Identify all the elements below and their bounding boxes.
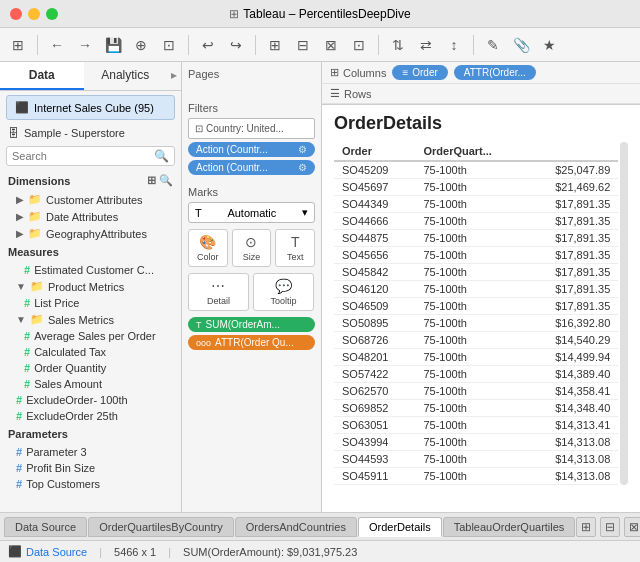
grid-icon[interactable]: ⊞ [147, 174, 156, 187]
item-label: Parameter 3 [26, 446, 87, 458]
color-button[interactable]: 🎨 Color [188, 229, 228, 267]
list-item[interactable]: # Order Quantity [0, 360, 181, 376]
list-item[interactable]: # ExcludeOrder- 100th [0, 392, 181, 408]
tab-data-source[interactable]: Data Source [4, 517, 87, 537]
window-controls[interactable] [10, 8, 58, 20]
table-row[interactable]: SO63051 75-100th $14,313.41 [334, 417, 618, 434]
tab-analytics[interactable]: Analytics [84, 62, 168, 90]
list-item[interactable]: # ExcludeOrder 25th [0, 408, 181, 424]
list-item[interactable]: ▶ 📁 Date Attributes [0, 208, 181, 225]
tab-tableau-order-quartiles[interactable]: TableauOrderQuartiles [443, 517, 576, 537]
toolbar-home[interactable]: ⊞ [6, 33, 30, 57]
size-button[interactable]: ⊙ Size [232, 229, 272, 267]
table-row[interactable]: SO45911 75-100th $14,313.08 [334, 468, 618, 485]
search-box[interactable]: 🔍 [6, 146, 175, 166]
marks-type-label: Automatic [227, 207, 276, 219]
tab-orders-and-countries[interactable]: OrdersAndCountries [235, 517, 357, 537]
toolbar-sort2[interactable]: ⇄ [414, 33, 438, 57]
toolbar-sort1[interactable]: ⇅ [386, 33, 410, 57]
list-item[interactable]: # Top Customers [0, 476, 181, 492]
toolbar-add[interactable]: ⊕ [129, 33, 153, 57]
tab-arrow[interactable]: ▸ [167, 62, 181, 90]
list-item[interactable]: # Profit Bin Size [0, 460, 181, 476]
table-row[interactable]: SO44349 75-100th $17,891.35 [334, 196, 618, 213]
toolbar-star[interactable]: ★ [537, 33, 561, 57]
table-row[interactable]: SO57422 75-100th $14,389.40 [334, 366, 618, 383]
list-item[interactable]: # Estimated Customer C... [0, 262, 181, 278]
list-item[interactable]: # Sales Amount [0, 376, 181, 392]
list-item[interactable]: ▼ 📁 Sales Metrics [0, 311, 181, 328]
table-row[interactable]: SO44666 75-100th $17,891.35 [334, 213, 618, 230]
caret-icon: ▶ [16, 228, 24, 239]
tab-options-button[interactable]: ⊟ [600, 517, 620, 537]
list-item[interactable]: # Average Sales per Order [0, 328, 181, 344]
toolbar-chart2[interactable]: ⊟ [291, 33, 315, 57]
attr-orderquartile-pill[interactable]: ooo ATTR(Order Qu... [188, 335, 315, 350]
add-tab-button[interactable]: ⊞ [576, 517, 596, 537]
toolbar-clip[interactable]: 📎 [509, 33, 533, 57]
toolbar-back[interactable]: ← [45, 33, 69, 57]
cell-order: SO44875 [334, 230, 415, 247]
status-datasource[interactable]: ⬛ Data Source [8, 545, 87, 558]
list-item[interactable]: ▼ 📁 Product Metrics [0, 278, 181, 295]
list-item[interactable]: ▶ 📁 Customer Attributes [0, 191, 181, 208]
search-small-icon[interactable]: 🔍 [159, 174, 173, 187]
columns-text: Columns [343, 67, 386, 79]
order-column-pill[interactable]: ≡ Order [392, 65, 447, 80]
minimize-button[interactable] [28, 8, 40, 20]
list-item[interactable]: ▶ 📁 GeographyAttributes [0, 225, 181, 242]
marks-buttons-grid: 🎨 Color ⊙ Size T Text [188, 229, 315, 267]
toolbar-annotate[interactable]: ✎ [481, 33, 505, 57]
table-row[interactable]: SO45209 75-100th $25,047.89 [334, 161, 618, 179]
search-input[interactable] [12, 150, 154, 162]
table-row[interactable]: SO46509 75-100th $17,891.35 [334, 298, 618, 315]
tab-data[interactable]: Data [0, 62, 84, 90]
tab-grid-button[interactable]: ⊠ [624, 517, 640, 537]
table-row[interactable]: SO46120 75-100th $17,891.35 [334, 281, 618, 298]
toolbar-chart1[interactable]: ⊞ [263, 33, 287, 57]
tab-order-details[interactable]: OrderDetails [358, 517, 442, 537]
table-row[interactable]: SO48201 75-100th $14,499.94 [334, 349, 618, 366]
scrollbar[interactable] [620, 142, 628, 485]
table-row[interactable]: SO43994 75-100th $14,313.08 [334, 434, 618, 451]
toolbar-forward[interactable]: → [73, 33, 97, 57]
internet-sales-source[interactable]: ⬛ Internet Sales Cube (95) [6, 95, 175, 120]
filter-pill-1[interactable]: Action (Countr... ⚙ [188, 142, 315, 157]
table-row[interactable]: SO45842 75-100th $17,891.35 [334, 264, 618, 281]
marks-type-dropdown[interactable]: T Automatic ▾ [188, 202, 315, 223]
table-row[interactable]: SO62570 75-100th $14,358.41 [334, 383, 618, 400]
attr-pill-label: ATTR(Order... [464, 67, 526, 78]
cell-order: SO44349 [334, 196, 415, 213]
sample-superstore-source[interactable]: 🗄 Sample - Superstore [0, 124, 181, 142]
table-row[interactable]: SO45656 75-100th $17,891.35 [334, 247, 618, 264]
toolbar-chart3[interactable]: ⊠ [319, 33, 343, 57]
attr-order-column-pill[interactable]: ATTR(Order... [454, 65, 536, 80]
text-button[interactable]: T Text [275, 229, 315, 267]
table-row[interactable]: SO44593 75-100th $14,313.08 [334, 451, 618, 468]
tooltip-button[interactable]: 💬 Tooltip [253, 273, 314, 311]
toolbar-chart4[interactable]: ⊡ [347, 33, 371, 57]
list-item[interactable]: # Parameter 3 [0, 444, 181, 460]
list-item[interactable]: # Calculated Tax [0, 344, 181, 360]
table-row[interactable]: SO45697 75-100th $21,469.62 [334, 179, 618, 196]
table-row[interactable]: SO50895 75-100th $16,392.80 [334, 315, 618, 332]
close-button[interactable] [10, 8, 22, 20]
color-label: Color [197, 252, 219, 262]
table-row[interactable]: SO44875 75-100th $17,891.35 [334, 230, 618, 247]
filter-pill-2[interactable]: Action (Countr... ⚙ [188, 160, 315, 175]
filter-label[interactable]: Country: United... [206, 123, 284, 134]
list-item[interactable]: # List Price [0, 295, 181, 311]
toolbar-duplicate[interactable]: ⊡ [157, 33, 181, 57]
toolbar-sort3[interactable]: ↕ [442, 33, 466, 57]
detail-button[interactable]: ⋯ Detail [188, 273, 249, 311]
view-area: OrderDetails Order OrderQuart... SO45209… [322, 105, 640, 512]
table-row[interactable]: SO69852 75-100th $14,348.40 [334, 400, 618, 417]
tab-order-quartiles-by-country[interactable]: OrderQuartilesByCountry [88, 517, 234, 537]
sum-orderamount-pill[interactable]: T SUM(OrderAm... [188, 317, 315, 332]
table-row[interactable]: SO68726 75-100th $14,540.29 [334, 332, 618, 349]
toolbar-undo[interactable]: ↩ [196, 33, 220, 57]
shelf-area: ⊞ Columns ≡ Order ATTR(Order... ☰ Rows [322, 62, 640, 105]
toolbar-save[interactable]: 💾 [101, 33, 125, 57]
toolbar-redo[interactable]: ↪ [224, 33, 248, 57]
maximize-button[interactable] [46, 8, 58, 20]
